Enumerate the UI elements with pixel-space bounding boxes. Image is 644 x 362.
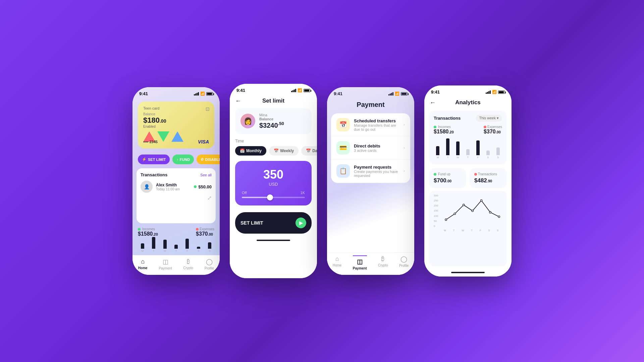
- signal-icon-2: [291, 89, 296, 92]
- payment-info-1: Direct debits 3 active cards: [354, 143, 399, 153]
- payment-icon: ◫: [163, 258, 168, 265]
- status-icons-2: 📶: [291, 88, 310, 93]
- nav-profile-1[interactable]: ◯ Profile: [205, 258, 214, 270]
- chevron-icon-0: ›: [404, 122, 405, 127]
- scheduled-icon: 📅: [336, 118, 350, 131]
- visa-logo: VISA: [198, 139, 209, 144]
- profile-icon-3: ◯: [400, 255, 407, 263]
- limit-slider-section: 350 USD Off 1K: [235, 161, 312, 205]
- back-button-4[interactable]: ←: [430, 99, 436, 106]
- tab-monthly[interactable]: 📅 Monthly: [235, 146, 266, 156]
- debits-icon: 💳: [336, 141, 350, 155]
- time-2: 9:41: [236, 88, 245, 93]
- set-limit-arrow-icon: ▶: [296, 218, 306, 228]
- payment-item-1[interactable]: 💳 Direct debits 3 active cards ›: [331, 136, 410, 160]
- card-number: •••• 2345: [143, 140, 158, 144]
- slider-fill: [242, 197, 268, 198]
- action-buttons: ⚡ SET LIMIT ↑ FUND ⊘ DISABLE: [132, 152, 220, 167]
- disable-button[interactable]: ⊘ DISABLE: [197, 155, 220, 164]
- tx-info: Alex Smith Today 11:00 am: [156, 183, 194, 191]
- nav-home-1[interactable]: ⌂ Home: [138, 258, 148, 270]
- signal-icon-1: [194, 92, 199, 96]
- wifi-icon-2: 📶: [298, 88, 302, 93]
- tx-amount: $50.00: [198, 184, 212, 189]
- fund-dot: [434, 173, 436, 176]
- tab-daily[interactable]: 📅 Daily: [301, 146, 317, 156]
- incomes-stat: Incomes $1580.20: [138, 227, 158, 237]
- status-bar-2: 9:41 📶: [230, 84, 317, 95]
- fund-value: $700.00: [434, 177, 462, 184]
- balance-card: 👩 Mina Balance $3240.50: [235, 108, 312, 134]
- point-t1: [454, 213, 456, 215]
- incomes-dot-4: [434, 126, 436, 128]
- status-icons-4: 📶: [486, 90, 505, 94]
- expand-icon[interactable]: ⊡: [206, 106, 210, 112]
- expenses-dot: [196, 228, 199, 231]
- payment-list: 📅 Scheduled transfers Manage transfers t…: [331, 113, 410, 183]
- expenses-stat: Expenses $370.00: [196, 227, 214, 237]
- battery-icon-1: [206, 92, 213, 96]
- status-bar-1: 9:41 📶: [132, 87, 220, 98]
- tx-avatar: 👤: [141, 181, 153, 193]
- balance-info: Mina Balance $3240.50: [259, 113, 306, 129]
- week-badge[interactable]: This week ▾: [476, 115, 502, 122]
- tx-name: Alex Smith: [156, 183, 194, 187]
- payment-item-2[interactable]: 📋 Payment requests Create payments you h…: [331, 160, 410, 183]
- transactions-title: Transactions: [141, 172, 167, 177]
- fund-button[interactable]: ↑ FUND: [172, 155, 194, 164]
- limit-currency: USD: [242, 182, 305, 187]
- phone-set-limit: 9:41 📶 ← Set limit 👩 Mina: [230, 84, 317, 278]
- amount-dot-green: [194, 185, 197, 188]
- see-all-link[interactable]: See all: [200, 173, 212, 177]
- screen-title-2: Set limit: [262, 98, 284, 104]
- x-axis-labels: M T W T F S S: [440, 229, 502, 232]
- nav-home-3[interactable]: ⌂ Home: [333, 255, 342, 270]
- phones-container: 9:41 📶 Teen card Balance $180.00 Enabl: [132, 84, 512, 278]
- payment-icon-3: ◫: [357, 258, 363, 265]
- transactions-card: Transactions This week ▾ Incomes $1580.2…: [429, 111, 507, 164]
- analytics-header: ← Analytics: [424, 97, 512, 109]
- mini-bar-chart: MTWTFSS: [132, 238, 220, 255]
- set-limit-button[interactable]: ⚡ SET LIMIT: [138, 155, 170, 164]
- nav-payment-1[interactable]: ◫ Payment: [159, 258, 172, 270]
- fund-up-card: Fund up $700.00: [429, 168, 466, 188]
- bar-chart-4: MTWTFSS: [434, 139, 502, 159]
- nav-profile-3[interactable]: ◯ Profile: [399, 255, 409, 270]
- expand-arrows-icon: ⤢: [207, 195, 212, 201]
- status-icons-3: 📶: [388, 92, 408, 96]
- point-s2: [498, 216, 500, 218]
- incomes-ie: Incomes $1580.20: [434, 125, 454, 135]
- limit-slider[interactable]: [242, 197, 305, 198]
- expenses-dot-4: [484, 126, 486, 128]
- time-4: 9:41: [431, 89, 440, 95]
- status-bar-4: 9:41 📶: [424, 85, 512, 97]
- home-icon-3: ⌂: [335, 255, 339, 262]
- requests-icon: 📋: [336, 164, 350, 178]
- bottom-nav-3: ⌂ Home ◫ Payment ₿ Crypto ◯ Profile: [327, 252, 414, 275]
- nav-crypto-3[interactable]: ₿ Crypto: [378, 255, 388, 270]
- point-f: [481, 200, 482, 201]
- time-label: Time: [235, 139, 312, 143]
- set-limit-cta-button[interactable]: SET LIMIT ▶: [235, 212, 312, 234]
- slider-labels: Off 1K: [242, 191, 305, 195]
- nav-crypto-1[interactable]: ₿ Crypto: [183, 258, 193, 270]
- payment-title: Payment: [332, 101, 409, 109]
- battery-icon-4: [498, 90, 505, 94]
- nav-payment-3[interactable]: ◫ Payment: [353, 255, 367, 270]
- signal-icon-4: [486, 90, 491, 94]
- status-icons-1: 📶: [194, 92, 213, 96]
- transactions-stat-card: Transactions $482.90: [470, 168, 507, 188]
- status-bar-3: 9:41 📶: [327, 87, 414, 98]
- analytics-title: Analytics: [455, 99, 481, 106]
- tab-weekly[interactable]: 📅 Weekly: [269, 146, 299, 156]
- transactions-section: Transactions See all 👤 Alex Smith Today …: [137, 168, 216, 223]
- transaction-item: 👤 Alex Smith Today 11:00 am $50.00: [141, 181, 212, 193]
- home-icon: ⌂: [141, 258, 145, 265]
- payment-header: Payment: [327, 98, 414, 113]
- payment-item-0[interactable]: 📅 Scheduled transfers Manage transfers t…: [331, 113, 410, 136]
- expenses-ie: Expenses $370.00: [484, 125, 502, 135]
- slider-thumb[interactable]: [267, 194, 273, 200]
- transactions-header: Transactions See all: [141, 172, 212, 177]
- incomes-value: $1580.20: [138, 231, 158, 237]
- back-button-2[interactable]: ←: [235, 98, 241, 105]
